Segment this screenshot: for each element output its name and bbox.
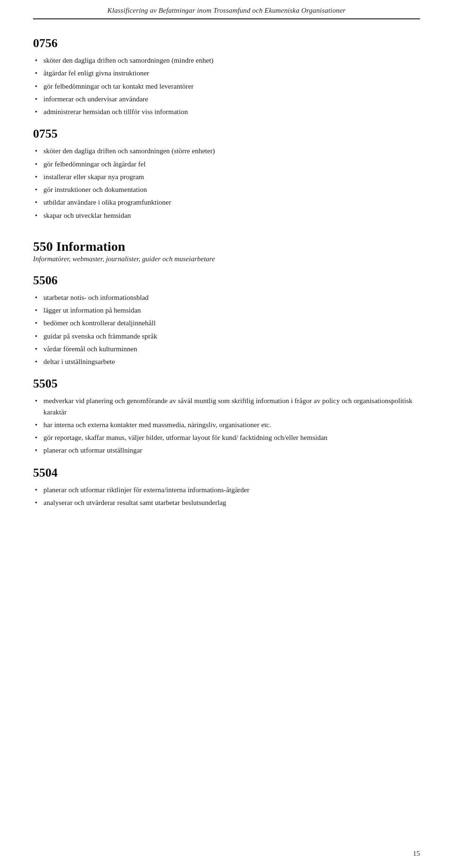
section-code-5505: 5505 (33, 377, 420, 391)
list-item: sköter den dagliga driften och samordnin… (33, 55, 420, 66)
list-item: sköter den dagliga driften och samordnin… (33, 146, 420, 157)
list-item: gör felbedömningar och tar kontakt med l… (33, 81, 420, 92)
section-550-subtitle: Informatörer, webmaster, journalister, g… (33, 255, 420, 263)
bullet-list-5506: utarbetar notis- och informationsblad lä… (33, 292, 420, 368)
list-item: analyserar och utvärderar resultat samt … (33, 497, 420, 508)
section-550-heading: 550 Information (33, 239, 420, 254)
list-item: deltar i utställningsarbete (33, 356, 420, 367)
list-item: planerar och utformar utställningar (33, 445, 420, 456)
section-0755: 0755 sköter den dagliga driften och samo… (33, 127, 420, 221)
list-item: bedömer och kontrollerar detaljinnehåll (33, 318, 420, 329)
list-item: informerar och undervisar användare (33, 94, 420, 105)
list-item: administrerar hemsidan och tillför viss … (33, 107, 420, 117)
page-header: Klassificering av Befattningar inom Tros… (33, 0, 420, 19)
bullet-list-5505: medverkar vid planering och genomförande… (33, 396, 420, 456)
list-item: utarbetar notis- och informationsblad (33, 292, 420, 303)
header-title: Klassificering av Befattningar inom Tros… (107, 7, 345, 14)
section-0756: 0756 sköter den dagliga driften och samo… (33, 36, 420, 117)
section-5504: 5504 planerar och utformar riktlinjer fö… (33, 466, 420, 509)
list-item: skapar och utvecklar hemsidan (33, 210, 420, 221)
list-item: planerar och utformar riktlinjer för ext… (33, 485, 420, 496)
list-item: medverkar vid planering och genomförande… (33, 396, 420, 418)
bullet-list-0755: sköter den dagliga driften och samordnin… (33, 146, 420, 221)
bullet-list-5504: planerar och utformar riktlinjer för ext… (33, 485, 420, 509)
list-item: guidar på svenska och främmande språk (33, 331, 420, 342)
section-5505: 5505 medverkar vid planering och genomfö… (33, 377, 420, 456)
list-item: vårdar föremål och kulturminnen (33, 344, 420, 355)
page-number: 15 (413, 850, 420, 858)
list-item: åtgärdar fel enligt givna instruktioner (33, 68, 420, 79)
section-code-5506: 5506 (33, 273, 420, 288)
list-item: gör felbedömningar och åtgärdar fel (33, 159, 420, 170)
section-code-0755: 0755 (33, 127, 420, 141)
section-550-block: 550 Information Informatörer, webmaster,… (33, 239, 420, 263)
list-item: utbildar användare i olika programfunkti… (33, 197, 420, 208)
page: Klassificering av Befattningar inom Tros… (0, 0, 453, 868)
list-item: installerar eller skapar nya program (33, 172, 420, 182)
bullet-list-0756: sköter den dagliga driften och samordnin… (33, 55, 420, 117)
list-item: lägger ut information på hemsidan (33, 305, 420, 316)
list-item: gör instruktioner och dokumentation (33, 184, 420, 195)
section-code-0756: 0756 (33, 36, 420, 50)
list-item: har interna och externa kontakter med ma… (33, 420, 420, 430)
section-code-5504: 5504 (33, 466, 420, 480)
section-5506: 5506 utarbetar notis- och informationsbl… (33, 273, 420, 368)
list-item: gör reportage, skaffar manus, väljer bil… (33, 432, 420, 443)
